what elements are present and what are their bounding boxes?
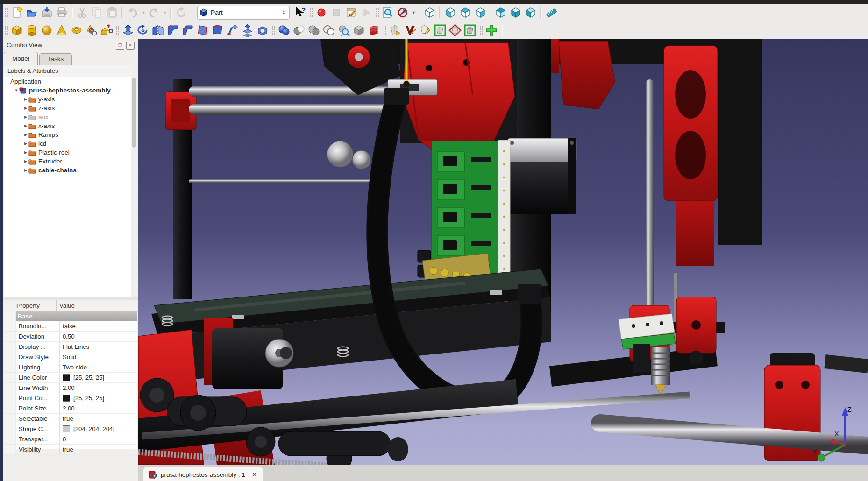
part-fillet-icon[interactable] (165, 23, 180, 37)
part-boolean-common-icon[interactable] (306, 23, 321, 37)
toolbar-drag-handle[interactable] (309, 7, 313, 18)
property-row[interactable]: Boundin...false (4, 321, 137, 332)
add-item-icon[interactable] (484, 23, 499, 37)
float-panel-icon[interactable]: ❐ (116, 42, 124, 50)
part-offset-icon[interactable] (240, 23, 255, 37)
tree-item-y-axis[interactable]: ▶y-axis (4, 95, 137, 104)
expander-icon[interactable]: ▶ (23, 106, 28, 110)
part-boolean-section-icon[interactable] (321, 23, 336, 37)
part-sweep-icon[interactable] (225, 23, 240, 37)
tab-tasks[interactable]: Tasks (39, 53, 72, 65)
toolbar-drag-handle[interactable] (479, 25, 483, 35)
expander-icon[interactable]: ▶ (23, 115, 28, 119)
whats-this-icon[interactable]: ? (292, 6, 307, 20)
view-isometric-icon[interactable] (422, 6, 437, 20)
property-row[interactable]: Point Size2,00 (4, 403, 137, 414)
fit-all-icon[interactable] (380, 6, 395, 20)
undo-icon[interactable] (125, 6, 140, 20)
part-chamfer-icon[interactable] (180, 23, 195, 37)
property-row[interactable]: Display ...Flat Lines (4, 342, 137, 352)
open-document-icon[interactable] (24, 6, 39, 20)
part-refine-shape-icon[interactable] (433, 23, 448, 37)
tree-item-x-axis[interactable]: ▶x-axis (4, 121, 137, 130)
tree-scrollbar[interactable] (131, 77, 137, 297)
workbench-selector-spinner[interactable]: ▲▼ (280, 7, 287, 18)
3d-viewport[interactable]: Z Y X (138, 39, 868, 465)
property-row[interactable]: Line Color[25, 25, 25] (4, 373, 137, 383)
part-primitives-icon[interactable] (99, 23, 114, 37)
part-sphere-icon[interactable] (39, 23, 54, 37)
macro-stop-icon[interactable] (329, 6, 344, 20)
tab-model[interactable]: Model (4, 52, 38, 65)
part-torus-icon[interactable] (69, 23, 84, 37)
property-row[interactable]: Visibilitytrue (4, 445, 137, 455)
tree-item-lcd[interactable]: ▶lcd (4, 139, 137, 148)
copy-icon[interactable] (90, 6, 105, 20)
tree-item-extruder[interactable]: ▶Extruder (4, 157, 137, 166)
part-extrude-icon[interactable] (121, 23, 135, 37)
tree-item-ramps[interactable]: ▶Ramps (4, 130, 137, 139)
property-row[interactable]: Line Width2,00 (4, 383, 137, 393)
workbench-selector[interactable]: Part ▲▼ (197, 6, 290, 20)
part-mirror-icon[interactable] (150, 23, 165, 37)
property-row[interactable]: LightingTwo side (4, 362, 137, 373)
view-left-icon[interactable] (523, 6, 538, 20)
refresh-icon[interactable] (174, 6, 189, 20)
view-rear-icon[interactable] (493, 6, 508, 20)
part-boolean-cut-icon[interactable] (292, 23, 306, 37)
tree-item-cable-chains[interactable]: ▶cable-chains (4, 166, 137, 175)
toolbar-drag-handle[interactable] (383, 25, 386, 35)
property-group-base[interactable]: Base (4, 311, 137, 321)
expander-icon[interactable]: ▶ (23, 141, 28, 146)
expander-icon[interactable]: ▶ (23, 133, 28, 137)
document-tab[interactable]: prusa-hephestos-assembly : 1 ✕ (143, 467, 263, 481)
new-document-icon[interactable] (9, 6, 24, 20)
part-loft-icon[interactable] (210, 23, 225, 37)
macro-record-icon[interactable] (314, 6, 329, 20)
view-front-icon[interactable] (443, 6, 458, 20)
part-make-solid-icon[interactable] (388, 23, 403, 37)
part-defeaturing-icon[interactable] (351, 23, 366, 37)
cut-icon[interactable] (75, 6, 90, 20)
expander-icon[interactable]: ▶ (23, 159, 28, 163)
property-row[interactable]: Shape C...[204, 204, 204] (4, 424, 137, 434)
view-right-icon[interactable] (473, 6, 488, 20)
part-reverse-shapes-icon[interactable] (403, 23, 418, 37)
property-row[interactable]: Transpar...0 (4, 434, 137, 445)
part-boolean-union-icon[interactable] (277, 23, 292, 37)
expander-icon[interactable]: ▶ (23, 168, 28, 172)
draw-style-icon[interactable] (395, 6, 410, 20)
property-row[interactable]: Draw StyleSolid (4, 352, 137, 362)
property-row[interactable]: Selectabletrue (4, 414, 137, 424)
expander-icon[interactable]: ▶ (23, 150, 28, 155)
tree-item-plastic-reel[interactable]: ▶Plastic-reel (4, 148, 137, 157)
macro-edit-icon[interactable] (344, 6, 359, 20)
toolbar-drag-handle[interactable] (115, 25, 119, 35)
part-cross-sections-icon[interactable] (366, 23, 381, 37)
toolbar-drag-handle[interactable] (375, 7, 379, 18)
part-thickness-icon[interactable] (255, 23, 270, 37)
tree-item-z-axis[interactable]: ▶z-axis (4, 104, 137, 113)
part-ruled-surface-icon[interactable] (195, 23, 210, 37)
part-cone-icon[interactable] (54, 23, 69, 37)
tree-document-row[interactable]: ▼ prusa-hephestos-assembly (4, 86, 137, 95)
redo-icon[interactable] (147, 6, 162, 20)
part-cylinder-icon[interactable] (24, 23, 39, 37)
undo-history-chevron[interactable]: ▼ (140, 6, 147, 20)
toolbar-drag-handle[interactable] (271, 25, 275, 35)
document-tab-close-icon[interactable]: ✕ (249, 471, 257, 478)
part-check-geometry-icon[interactable] (336, 23, 351, 37)
expander-icon[interactable]: ▶ (23, 97, 28, 101)
toolbar-drag-handle[interactable] (4, 25, 8, 35)
macro-play-icon[interactable] (359, 6, 374, 20)
tree-item-aux[interactable]: ▶aux (4, 113, 137, 121)
view-top-icon[interactable] (458, 6, 473, 20)
part-box-icon[interactable] (9, 23, 24, 37)
paste-icon[interactable] (105, 6, 120, 20)
expander-icon[interactable]: ▶ (23, 124, 28, 128)
property-row[interactable]: Deviation0,50 (4, 332, 137, 342)
close-panel-icon[interactable]: ✕ (126, 42, 135, 50)
part-revolve-icon[interactable] (135, 23, 150, 37)
view-bottom-icon[interactable] (508, 6, 523, 20)
part-edit-shape-icon[interactable] (418, 23, 433, 37)
